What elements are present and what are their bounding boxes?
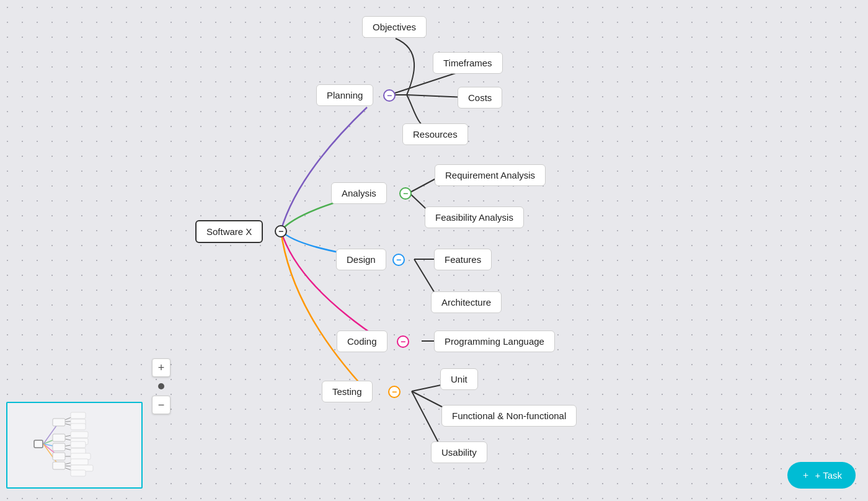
svg-rect-43	[71, 470, 86, 476]
analysis-node[interactable]: Analysis	[331, 182, 387, 204]
svg-rect-29	[53, 434, 65, 441]
planning-collapse-dot[interactable]: −	[383, 89, 396, 102]
svg-rect-40	[71, 453, 91, 459]
svg-rect-36	[71, 432, 88, 438]
coding-collapse-dot[interactable]: −	[397, 335, 409, 348]
unit-node[interactable]: Unit	[440, 368, 478, 390]
root-node[interactable]: Software X	[195, 220, 263, 243]
prog-lang-node[interactable]: Programming Language	[434, 330, 555, 352]
task-button[interactable]: ＋ + Task	[787, 462, 856, 489]
testing-node[interactable]: Testing	[322, 381, 373, 402]
zoom-controls: + −	[152, 358, 170, 414]
svg-rect-31	[53, 453, 65, 460]
zoom-out-button[interactable]: −	[152, 396, 170, 414]
testing-collapse-dot[interactable]: −	[388, 386, 401, 398]
resources-node[interactable]: Resources	[402, 123, 468, 145]
architecture-node[interactable]: Architecture	[431, 291, 502, 313]
zoom-in-button[interactable]: +	[152, 358, 170, 377]
usability-node[interactable]: Usability	[431, 441, 487, 463]
svg-rect-30	[53, 443, 65, 451]
planning-node[interactable]: Planning	[316, 84, 373, 106]
timeframes-node[interactable]: Timeframes	[433, 52, 503, 74]
svg-rect-33	[71, 412, 86, 419]
task-plus-icon: ＋	[801, 469, 810, 481]
coding-node[interactable]: Coding	[337, 330, 388, 352]
functional-node[interactable]: Functional & Non-functional	[441, 405, 577, 427]
svg-line-2	[407, 95, 465, 97]
svg-line-1	[389, 70, 465, 95]
svg-rect-35	[71, 423, 86, 430]
feas-analysis-node[interactable]: Feasibility Analysis	[425, 206, 524, 228]
svg-rect-38	[71, 441, 86, 448]
root-collapse-dot[interactable]: −	[275, 225, 287, 237]
req-analysis-node[interactable]: Requirement Analysis	[435, 164, 546, 186]
costs-node[interactable]: Costs	[458, 87, 502, 109]
svg-rect-41	[71, 459, 88, 465]
design-node[interactable]: Design	[336, 249, 386, 270]
svg-rect-28	[53, 419, 65, 426]
design-collapse-dot[interactable]: −	[392, 254, 405, 266]
svg-rect-32	[53, 462, 65, 469]
analysis-collapse-dot[interactable]: −	[399, 187, 412, 200]
objectives-node[interactable]: Objectives	[362, 16, 427, 38]
minimap	[6, 402, 143, 489]
zoom-indicator	[158, 383, 164, 389]
task-button-label: + Task	[815, 470, 843, 481]
features-node[interactable]: Features	[434, 249, 492, 270]
svg-rect-27	[34, 440, 43, 448]
